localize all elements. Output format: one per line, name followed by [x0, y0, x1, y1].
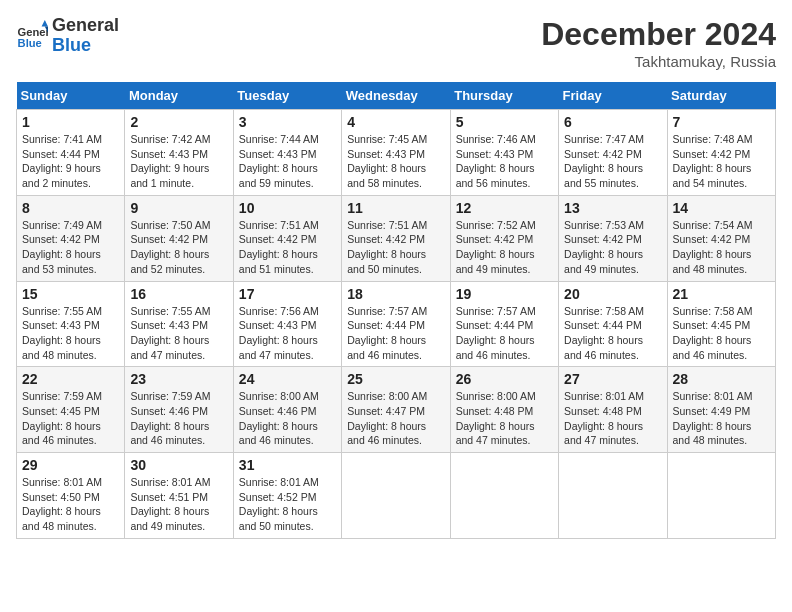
- day-number: 10: [239, 200, 336, 216]
- day-cell: 11 Sunrise: 7:51 AM Sunset: 4:42 PM Dayl…: [342, 195, 450, 281]
- header-thursday: Thursday: [450, 82, 558, 110]
- day-info: Sunrise: 7:46 AM Sunset: 4:43 PM Dayligh…: [456, 132, 553, 191]
- day-number: 27: [564, 371, 661, 387]
- day-info: Sunrise: 7:52 AM Sunset: 4:42 PM Dayligh…: [456, 218, 553, 277]
- day-cell: 14 Sunrise: 7:54 AM Sunset: 4:42 PM Dayl…: [667, 195, 775, 281]
- title-block: December 2024 Takhtamukay, Russia: [541, 16, 776, 70]
- day-cell: 6 Sunrise: 7:47 AM Sunset: 4:42 PM Dayli…: [559, 110, 667, 196]
- day-cell: 13 Sunrise: 7:53 AM Sunset: 4:42 PM Dayl…: [559, 195, 667, 281]
- day-cell: 16 Sunrise: 7:55 AM Sunset: 4:43 PM Dayl…: [125, 281, 233, 367]
- day-info: Sunrise: 7:41 AM Sunset: 4:44 PM Dayligh…: [22, 132, 119, 191]
- day-info: Sunrise: 7:48 AM Sunset: 4:42 PM Dayligh…: [673, 132, 770, 191]
- day-number: 24: [239, 371, 336, 387]
- day-info: Sunrise: 7:55 AM Sunset: 4:43 PM Dayligh…: [22, 304, 119, 363]
- week-row-4: 22 Sunrise: 7:59 AM Sunset: 4:45 PM Dayl…: [17, 367, 776, 453]
- day-cell: 21 Sunrise: 7:58 AM Sunset: 4:45 PM Dayl…: [667, 281, 775, 367]
- day-info: Sunrise: 8:00 AM Sunset: 4:46 PM Dayligh…: [239, 389, 336, 448]
- day-info: Sunrise: 7:59 AM Sunset: 4:45 PM Dayligh…: [22, 389, 119, 448]
- day-cell: 26 Sunrise: 8:00 AM Sunset: 4:48 PM Dayl…: [450, 367, 558, 453]
- week-row-3: 15 Sunrise: 7:55 AM Sunset: 4:43 PM Dayl…: [17, 281, 776, 367]
- day-number: 8: [22, 200, 119, 216]
- day-info: Sunrise: 8:01 AM Sunset: 4:49 PM Dayligh…: [673, 389, 770, 448]
- day-info: Sunrise: 7:45 AM Sunset: 4:43 PM Dayligh…: [347, 132, 444, 191]
- day-info: Sunrise: 8:01 AM Sunset: 4:52 PM Dayligh…: [239, 475, 336, 534]
- calendar-table: SundayMondayTuesdayWednesdayThursdayFrid…: [16, 82, 776, 539]
- logo-text: General Blue: [52, 16, 119, 56]
- day-info: Sunrise: 7:57 AM Sunset: 4:44 PM Dayligh…: [456, 304, 553, 363]
- day-cell: 23 Sunrise: 7:59 AM Sunset: 4:46 PM Dayl…: [125, 367, 233, 453]
- day-cell: 20 Sunrise: 7:58 AM Sunset: 4:44 PM Dayl…: [559, 281, 667, 367]
- day-number: 30: [130, 457, 227, 473]
- day-info: Sunrise: 7:51 AM Sunset: 4:42 PM Dayligh…: [347, 218, 444, 277]
- header-sunday: Sunday: [17, 82, 125, 110]
- day-number: 25: [347, 371, 444, 387]
- day-cell: 28 Sunrise: 8:01 AM Sunset: 4:49 PM Dayl…: [667, 367, 775, 453]
- location: Takhtamukay, Russia: [541, 53, 776, 70]
- day-cell: 17 Sunrise: 7:56 AM Sunset: 4:43 PM Dayl…: [233, 281, 341, 367]
- day-cell: [342, 453, 450, 539]
- day-info: Sunrise: 7:53 AM Sunset: 4:42 PM Dayligh…: [564, 218, 661, 277]
- day-cell: 8 Sunrise: 7:49 AM Sunset: 4:42 PM Dayli…: [17, 195, 125, 281]
- day-cell: 3 Sunrise: 7:44 AM Sunset: 4:43 PM Dayli…: [233, 110, 341, 196]
- day-cell: 24 Sunrise: 8:00 AM Sunset: 4:46 PM Dayl…: [233, 367, 341, 453]
- header-saturday: Saturday: [667, 82, 775, 110]
- day-cell: 1 Sunrise: 7:41 AM Sunset: 4:44 PM Dayli…: [17, 110, 125, 196]
- day-cell: 19 Sunrise: 7:57 AM Sunset: 4:44 PM Dayl…: [450, 281, 558, 367]
- day-number: 20: [564, 286, 661, 302]
- day-info: Sunrise: 7:54 AM Sunset: 4:42 PM Dayligh…: [673, 218, 770, 277]
- day-number: 13: [564, 200, 661, 216]
- day-number: 14: [673, 200, 770, 216]
- month-title: December 2024: [541, 16, 776, 53]
- day-number: 2: [130, 114, 227, 130]
- day-cell: 7 Sunrise: 7:48 AM Sunset: 4:42 PM Dayli…: [667, 110, 775, 196]
- day-number: 7: [673, 114, 770, 130]
- svg-text:Blue: Blue: [18, 37, 42, 49]
- page-header: General Blue General Blue December 2024 …: [16, 16, 776, 70]
- day-info: Sunrise: 8:01 AM Sunset: 4:48 PM Dayligh…: [564, 389, 661, 448]
- day-cell: 30 Sunrise: 8:01 AM Sunset: 4:51 PM Dayl…: [125, 453, 233, 539]
- header-tuesday: Tuesday: [233, 82, 341, 110]
- day-number: 1: [22, 114, 119, 130]
- day-number: 23: [130, 371, 227, 387]
- day-info: Sunrise: 7:47 AM Sunset: 4:42 PM Dayligh…: [564, 132, 661, 191]
- day-info: Sunrise: 7:55 AM Sunset: 4:43 PM Dayligh…: [130, 304, 227, 363]
- day-cell: 22 Sunrise: 7:59 AM Sunset: 4:45 PM Dayl…: [17, 367, 125, 453]
- svg-text:General: General: [18, 26, 48, 38]
- day-info: Sunrise: 7:44 AM Sunset: 4:43 PM Dayligh…: [239, 132, 336, 191]
- day-number: 3: [239, 114, 336, 130]
- day-cell: 12 Sunrise: 7:52 AM Sunset: 4:42 PM Dayl…: [450, 195, 558, 281]
- day-number: 6: [564, 114, 661, 130]
- day-info: Sunrise: 7:57 AM Sunset: 4:44 PM Dayligh…: [347, 304, 444, 363]
- day-cell: 4 Sunrise: 7:45 AM Sunset: 4:43 PM Dayli…: [342, 110, 450, 196]
- day-cell: 29 Sunrise: 8:01 AM Sunset: 4:50 PM Dayl…: [17, 453, 125, 539]
- day-cell: 31 Sunrise: 8:01 AM Sunset: 4:52 PM Dayl…: [233, 453, 341, 539]
- day-info: Sunrise: 7:59 AM Sunset: 4:46 PM Dayligh…: [130, 389, 227, 448]
- week-row-2: 8 Sunrise: 7:49 AM Sunset: 4:42 PM Dayli…: [17, 195, 776, 281]
- day-number: 4: [347, 114, 444, 130]
- day-info: Sunrise: 7:42 AM Sunset: 4:43 PM Dayligh…: [130, 132, 227, 191]
- day-cell: 15 Sunrise: 7:55 AM Sunset: 4:43 PM Dayl…: [17, 281, 125, 367]
- day-number: 28: [673, 371, 770, 387]
- day-info: Sunrise: 7:58 AM Sunset: 4:44 PM Dayligh…: [564, 304, 661, 363]
- day-cell: 25 Sunrise: 8:00 AM Sunset: 4:47 PM Dayl…: [342, 367, 450, 453]
- day-info: Sunrise: 7:58 AM Sunset: 4:45 PM Dayligh…: [673, 304, 770, 363]
- day-number: 5: [456, 114, 553, 130]
- week-row-1: 1 Sunrise: 7:41 AM Sunset: 4:44 PM Dayli…: [17, 110, 776, 196]
- day-info: Sunrise: 7:51 AM Sunset: 4:42 PM Dayligh…: [239, 218, 336, 277]
- svg-marker-2: [42, 20, 48, 26]
- header-friday: Friday: [559, 82, 667, 110]
- header-row: SundayMondayTuesdayWednesdayThursdayFrid…: [17, 82, 776, 110]
- day-number: 31: [239, 457, 336, 473]
- day-info: Sunrise: 8:01 AM Sunset: 4:50 PM Dayligh…: [22, 475, 119, 534]
- day-number: 18: [347, 286, 444, 302]
- day-cell: 2 Sunrise: 7:42 AM Sunset: 4:43 PM Dayli…: [125, 110, 233, 196]
- logo: General Blue General Blue: [16, 16, 119, 56]
- day-number: 12: [456, 200, 553, 216]
- week-row-5: 29 Sunrise: 8:01 AM Sunset: 4:50 PM Dayl…: [17, 453, 776, 539]
- day-cell: [450, 453, 558, 539]
- day-info: Sunrise: 7:50 AM Sunset: 4:42 PM Dayligh…: [130, 218, 227, 277]
- day-cell: 9 Sunrise: 7:50 AM Sunset: 4:42 PM Dayli…: [125, 195, 233, 281]
- day-number: 9: [130, 200, 227, 216]
- day-number: 22: [22, 371, 119, 387]
- day-number: 11: [347, 200, 444, 216]
